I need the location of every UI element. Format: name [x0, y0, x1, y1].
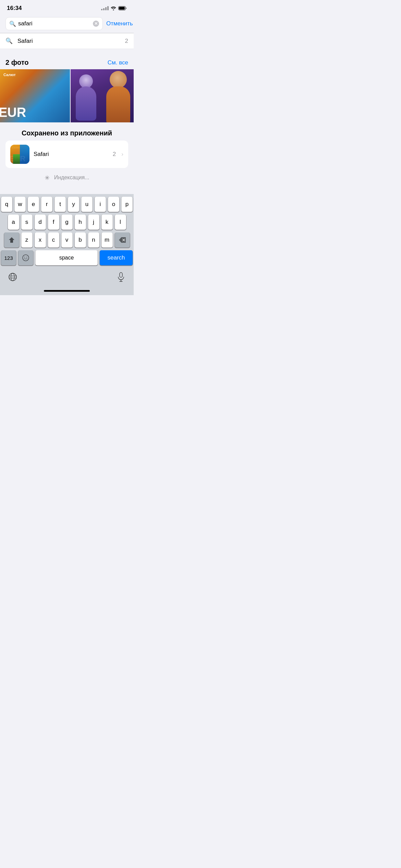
key-k[interactable]: k — [101, 215, 113, 230]
svg-point-3 — [24, 257, 25, 257]
search-bar-container: 🔍 ✕ Отменить — [0, 14, 134, 33]
svg-rect-1 — [119, 7, 125, 10]
key-t[interactable]: t — [54, 197, 66, 212]
key-i[interactable]: i — [95, 197, 106, 212]
suggestion-row[interactable]: 🔍 Safari 2 — [0, 33, 134, 49]
suggestion-count: 2 — [125, 38, 128, 45]
microphone-icon[interactable] — [113, 269, 129, 285]
section-gap-2 — [0, 122, 134, 129]
shift-key[interactable] — [4, 232, 19, 248]
key-x[interactable]: x — [35, 232, 46, 248]
cancel-button[interactable]: Отменить — [106, 20, 133, 27]
keyboard-row-4: 123 space search — [1, 250, 133, 265]
key-h[interactable]: h — [75, 215, 86, 230]
key-b[interactable]: b — [75, 232, 86, 248]
emoji-key[interactable] — [18, 250, 33, 265]
chevron-right-icon: › — [121, 151, 123, 158]
svg-point-5 — [9, 273, 16, 281]
key-a[interactable]: a — [8, 215, 19, 230]
keyboard-row-2: a s d f g h j k l — [1, 215, 133, 230]
key-p[interactable]: p — [121, 197, 133, 212]
photos-section-title: 2 фото — [5, 59, 28, 67]
key-s[interactable]: s — [21, 215, 33, 230]
key-m[interactable]: m — [101, 232, 113, 248]
photo-thumb-1[interactable]: Салют EUR — [0, 69, 70, 122]
keyboard-row-3: z x c v b n m — [1, 232, 133, 248]
key-g[interactable]: g — [61, 215, 73, 230]
key-j[interactable]: j — [88, 215, 99, 230]
indexing-spinner-icon — [45, 174, 51, 181]
globe-icon[interactable] — [5, 269, 20, 285]
see-all-button[interactable]: См. все — [108, 59, 128, 66]
photo-text-euro: EUR — [0, 106, 26, 119]
keyboard-row-1: q w e r t y u i o p — [1, 197, 133, 212]
key-n[interactable]: n — [88, 232, 99, 248]
wifi-icon — [111, 6, 116, 10]
key-d[interactable]: d — [35, 215, 46, 230]
search-icon: 🔍 — [9, 21, 16, 27]
key-y[interactable]: y — [68, 197, 79, 212]
photos-section-header: 2 фото См. все — [0, 59, 134, 69]
section-gap-1 — [0, 49, 134, 59]
num-key[interactable]: 123 — [1, 250, 16, 265]
suggestion-search-icon: 🔍 — [5, 37, 13, 45]
search-input-wrapper[interactable]: 🔍 ✕ — [5, 17, 103, 30]
key-w[interactable]: w — [14, 197, 26, 212]
photos-grid: Салют EUR — [0, 69, 134, 122]
saved-section-header: Сохранено из приложений — [0, 129, 134, 141]
svg-point-6 — [11, 273, 14, 281]
search-input[interactable] — [18, 20, 91, 27]
svg-rect-9 — [120, 273, 122, 277]
svg-point-2 — [23, 255, 29, 261]
indexing-text: Индексация... — [54, 174, 89, 181]
app-name: Safari — [34, 151, 109, 158]
keyboard-gap — [0, 187, 134, 194]
search-key[interactable]: search — [100, 250, 133, 265]
status-bar: 16:34 — [0, 0, 134, 14]
clear-button[interactable]: ✕ — [93, 21, 99, 27]
home-bar — [44, 290, 90, 292]
saved-section-title: Сохранено из приложений — [5, 129, 128, 137]
key-l[interactable]: l — [115, 215, 126, 230]
status-time: 16:34 — [7, 5, 22, 12]
key-z[interactable]: z — [21, 232, 33, 248]
battery-icon — [118, 6, 127, 10]
key-q[interactable]: q — [1, 197, 12, 212]
key-e[interactable]: e — [28, 197, 39, 212]
status-icons — [101, 6, 127, 10]
indexing-row: Индексация... — [0, 168, 134, 187]
backspace-key[interactable] — [115, 232, 130, 248]
key-o[interactable]: o — [108, 197, 119, 212]
key-r[interactable]: r — [41, 197, 52, 212]
home-indicator — [0, 287, 134, 295]
key-v[interactable]: v — [61, 232, 73, 248]
photo-text-salut: Салют — [3, 73, 16, 77]
app-count: 2 — [113, 151, 116, 158]
key-f[interactable]: f — [48, 215, 59, 230]
keyboard-extras-row — [1, 268, 133, 286]
space-key[interactable]: space — [35, 250, 98, 265]
key-c[interactable]: c — [48, 232, 59, 248]
photo-thumb-2[interactable] — [71, 69, 134, 122]
keyboard: q w e r t y u i o p a s d f g h j k l z … — [0, 194, 134, 287]
safari-app-card[interactable]: Салют EUR Safari 2 › — [5, 141, 128, 168]
svg-point-4 — [26, 257, 27, 257]
signal-icon — [101, 6, 109, 10]
suggestion-text: Safari — [17, 38, 120, 45]
app-icon: Салют EUR — [10, 145, 29, 164]
key-u[interactable]: u — [81, 197, 93, 212]
